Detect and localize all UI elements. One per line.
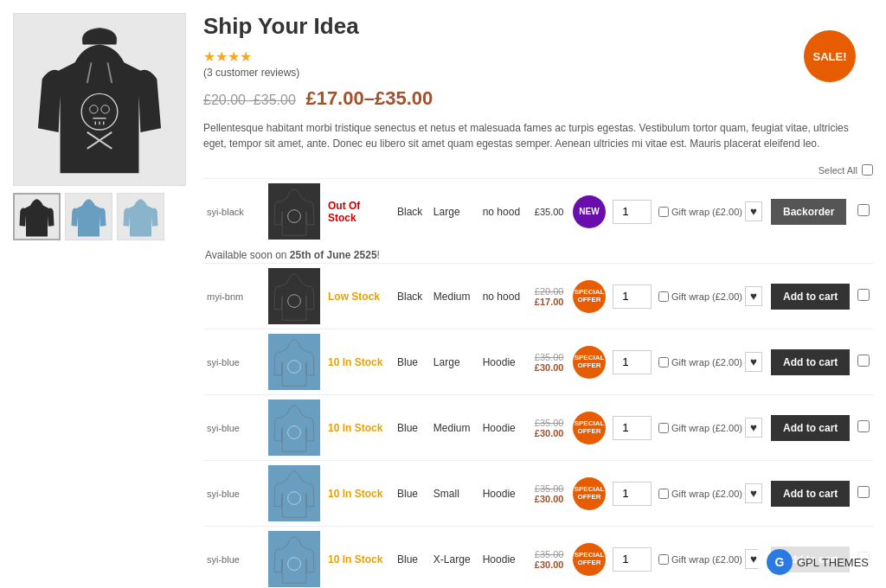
variant-size: Large bbox=[433, 206, 460, 218]
gift-wrap-checkbox[interactable] bbox=[658, 357, 669, 368]
variant-style: Hoodie bbox=[483, 488, 516, 500]
price-discounted: £30.00 bbox=[532, 362, 566, 373]
thumbnail-blue-2[interactable] bbox=[117, 193, 164, 240]
variant-size-cell: Large bbox=[430, 329, 479, 395]
add-to-cart-button[interactable]: Add to cart bbox=[771, 415, 850, 441]
wishlist-button[interactable]: ♥ bbox=[745, 352, 762, 372]
variant-status: 10 In Stock bbox=[328, 356, 382, 368]
gift-wrap-cell[interactable]: Gift wrap (£2.00) ♥ bbox=[655, 461, 767, 527]
quantity-input[interactable] bbox=[613, 284, 652, 309]
variant-status: 10 In Stock bbox=[328, 422, 382, 434]
review-count[interactable]: (3 customer reviews) bbox=[203, 67, 873, 79]
quantity-input[interactable] bbox=[613, 416, 652, 440]
add-to-cart-cell[interactable]: Add to cart bbox=[767, 329, 854, 395]
backorder-button[interactable]: Backorder bbox=[771, 199, 846, 225]
variant-style-cell: Hoodie bbox=[479, 461, 530, 527]
row-checkbox[interactable] bbox=[857, 289, 870, 301]
variant-status-cell: 10 In Stock bbox=[324, 461, 394, 527]
variant-status: Out Of Stock bbox=[328, 200, 360, 224]
variant-thumbnail bbox=[268, 465, 320, 521]
wishlist-button[interactable]: ♥ bbox=[745, 418, 762, 438]
variant-sku: myi-bnm bbox=[207, 291, 243, 302]
row-checkbox[interactable] bbox=[857, 486, 870, 498]
gift-wrap-checkbox[interactable] bbox=[658, 207, 669, 217]
variant-qty-cell[interactable] bbox=[609, 329, 655, 395]
price-original: £35.00 bbox=[532, 549, 566, 559]
quantity-input[interactable] bbox=[613, 547, 652, 572]
variant-badge-cell: NEW bbox=[569, 179, 609, 245]
variant-row: syi-black Out Of Stock Black Large no ho… bbox=[203, 179, 873, 245]
gift-wrap-label[interactable]: Gift wrap (£2.00) ♥ bbox=[658, 352, 764, 372]
row-select-cell[interactable] bbox=[854, 329, 873, 395]
gift-wrap-label[interactable]: Gift wrap (£2.00) ♥ bbox=[658, 483, 764, 503]
variant-status: 10 In Stock bbox=[328, 488, 382, 500]
variant-size-cell: Medium bbox=[430, 395, 479, 461]
gift-wrap-label[interactable]: Gift wrap (£2.00) ♥ bbox=[658, 286, 764, 306]
variant-style-cell: no hood bbox=[479, 264, 530, 329]
variant-qty-cell[interactable] bbox=[609, 527, 655, 589]
add-to-cart-cell[interactable]: Add to cart bbox=[767, 461, 854, 527]
variant-thumbnail bbox=[268, 183, 320, 240]
gift-wrap-cell[interactable]: Gift wrap (£2.00) ♥ bbox=[655, 527, 767, 589]
variant-style: Hoodie bbox=[483, 553, 516, 566]
add-to-cart-cell[interactable]: Add to cart bbox=[767, 264, 854, 329]
variant-qty-cell[interactable] bbox=[609, 461, 655, 527]
wishlist-button[interactable]: ♥ bbox=[745, 483, 762, 503]
gift-wrap-checkbox[interactable] bbox=[658, 554, 669, 565]
gift-wrap-label[interactable]: Gift wrap (£2.00) ♥ bbox=[658, 418, 764, 438]
product-title: Ship Your Idea bbox=[203, 13, 873, 40]
price-display: £20.00–£35.00 £17.00–£35.00 bbox=[203, 87, 873, 110]
add-to-cart-cell[interactable]: Backorder bbox=[767, 179, 854, 245]
gift-wrap-cell[interactable]: Gift wrap (£2.00) ♥ bbox=[655, 264, 767, 329]
row-checkbox[interactable] bbox=[857, 355, 870, 367]
select-all-row: Select All bbox=[203, 164, 873, 176]
variant-sku-cell: myi-bnm bbox=[203, 264, 264, 329]
price-discounted: £30.00 bbox=[532, 428, 566, 438]
watermark-text: GPL THEMES bbox=[797, 556, 869, 569]
variant-qty-cell[interactable] bbox=[609, 179, 655, 245]
row-select-cell[interactable] bbox=[854, 264, 873, 329]
gift-wrap-checkbox[interactable] bbox=[658, 423, 669, 433]
add-to-cart-button[interactable]: Add to cart bbox=[771, 284, 850, 310]
wishlist-button[interactable]: ♥ bbox=[745, 286, 762, 306]
svg-point-3 bbox=[90, 105, 98, 113]
gift-wrap-checkbox[interactable] bbox=[658, 489, 669, 499]
gift-wrap-cell[interactable]: Gift wrap (£2.00) ♥ bbox=[655, 329, 767, 395]
row-select-cell[interactable] bbox=[854, 461, 873, 527]
variant-sku: syi-blue bbox=[207, 357, 240, 368]
variant-price-cell: £35.00 £30.00 bbox=[529, 461, 569, 527]
variant-badge-cell: SPECIAL OFFER bbox=[569, 264, 609, 329]
gift-wrap-label[interactable]: Gift wrap (£2.00) ♥ bbox=[658, 201, 764, 221]
variant-row: syi-blue 10 In Stock Blue Medium Hoodie … bbox=[203, 395, 873, 461]
variant-badge-cell: SPECIAL OFFER bbox=[569, 329, 609, 395]
variant-qty-cell[interactable] bbox=[609, 395, 655, 461]
quantity-input[interactable] bbox=[613, 200, 652, 224]
thumbnail-blue-1[interactable] bbox=[65, 193, 112, 240]
thumbnail-dark[interactable] bbox=[13, 193, 61, 240]
row-select-cell[interactable] bbox=[854, 395, 873, 461]
add-to-cart-cell[interactable]: Add to cart bbox=[767, 395, 854, 461]
variant-qty-cell[interactable] bbox=[609, 264, 655, 329]
variant-style: no hood bbox=[483, 206, 520, 218]
row-checkbox[interactable] bbox=[857, 420, 870, 432]
variant-style-cell: Hoodie bbox=[479, 527, 530, 589]
select-all-checkbox[interactable] bbox=[862, 164, 873, 176]
price-original: £35.00 bbox=[532, 352, 566, 362]
quantity-input[interactable] bbox=[613, 350, 652, 374]
row-select-cell[interactable] bbox=[854, 179, 873, 245]
add-to-cart-button[interactable]: Add to cart bbox=[771, 481, 850, 507]
gift-wrap-cell[interactable]: Gift wrap (£2.00) ♥ bbox=[655, 395, 767, 461]
gift-wrap-checkbox[interactable] bbox=[658, 291, 669, 302]
wishlist-button[interactable]: ♥ bbox=[745, 201, 762, 221]
variant-color: Blue bbox=[397, 553, 418, 566]
add-to-cart-button[interactable]: Add to cart bbox=[771, 349, 850, 375]
gift-wrap-label[interactable]: Gift wrap (£2.00) ♥ bbox=[658, 549, 764, 569]
quantity-input[interactable] bbox=[613, 482, 652, 506]
variant-sku-cell: syi-blue bbox=[203, 461, 264, 527]
row-checkbox[interactable] bbox=[857, 204, 870, 216]
gift-wrap-cell[interactable]: Gift wrap (£2.00) ♥ bbox=[655, 179, 767, 245]
price-value: £35.00 bbox=[532, 207, 566, 217]
variant-color: Blue bbox=[397, 488, 418, 500]
variant-row: myi-bnm Low Stock Black Medium no hood £… bbox=[203, 264, 873, 329]
variant-color-cell: Blue bbox=[394, 461, 430, 527]
